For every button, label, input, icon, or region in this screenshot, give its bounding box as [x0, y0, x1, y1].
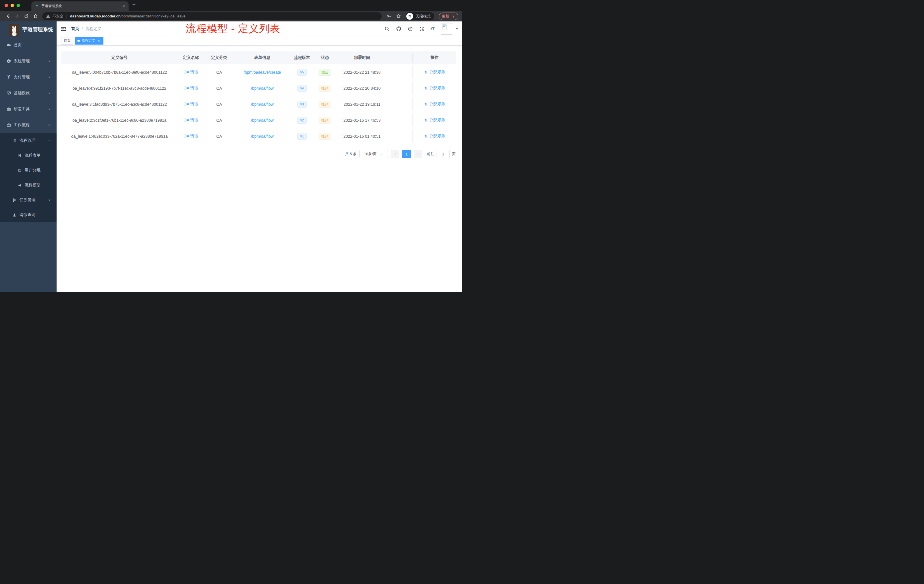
column-header-actions: 操作	[413, 51, 456, 64]
key-icon[interactable]	[386, 14, 391, 19]
sidebar-item-process-management[interactable]: 流程管理	[0, 133, 56, 148]
cell-form-link[interactable]: /bpm/oa/leave/create	[244, 70, 281, 74]
font-size-icon[interactable]: tT	[431, 26, 435, 31]
monitor-icon	[6, 91, 11, 96]
sidebar-item-label: 流程管理	[20, 138, 35, 143]
home-icon[interactable]	[31, 14, 40, 18]
sidebar-item-payment[interactable]: ¥ 支付管理	[0, 69, 56, 85]
cell-definition-name-link[interactable]: OA 请假	[183, 118, 198, 123]
update-button[interactable]: 更新 ⋮	[439, 13, 458, 20]
cell-form-link[interactable]: /bpm/oa/flow	[251, 134, 274, 139]
search-icon[interactable]	[384, 26, 390, 31]
assign-rule-button[interactable]: 分配规则	[424, 118, 446, 123]
fullscreen-icon[interactable]	[419, 26, 424, 31]
tab-title: 芋道管理系统	[41, 4, 62, 8]
status-badge: 激活	[318, 69, 331, 76]
sidebar-item-label: 基础设施	[14, 91, 30, 96]
cell-definition-name-link[interactable]: OA 请假	[183, 102, 198, 107]
sidebar-item-process-model[interactable]: 流程模型	[0, 178, 56, 193]
column-header-filler	[388, 51, 413, 64]
screen: 芋道管理系统 × + 不安全 d	[0, 0, 462, 292]
cell-form-link[interactable]: /bpm/oa/flow	[251, 118, 274, 122]
sidebar-item-label: 系统管理	[14, 59, 30, 64]
active-tag-dot	[78, 40, 80, 42]
cell-definition-name-link[interactable]: OA 请假	[183, 86, 198, 91]
sidebar-item-label: 流程模型	[25, 183, 41, 188]
prev-page-button[interactable]	[391, 150, 399, 158]
assign-rule-button[interactable]: 分配规则	[424, 102, 446, 107]
tag-close-icon[interactable]: ×	[97, 39, 101, 43]
cell-definition-id: oa_leave:2:3c1f0ef1-76b1-11ec-9c66-a2380…	[61, 112, 177, 128]
status-badge: 挂起	[318, 133, 331, 140]
assign-rule-button[interactable]: 分配规则	[424, 70, 446, 75]
sidebar-menu: 首页 系统管理 ¥ 支付管理 基础设施	[0, 37, 56, 222]
sidebar-item-home[interactable]: 首页	[0, 37, 56, 53]
sidebar-item-system[interactable]: 系统管理	[0, 53, 56, 69]
incognito-label: 无痕模式	[416, 14, 431, 19]
cell-category: OA	[204, 96, 234, 112]
forward-icon[interactable]	[13, 14, 21, 18]
sidebar-logo[interactable]: 芋道管理系统	[0, 21, 56, 37]
tab-strip: 芋道管理系统 × +	[0, 0, 462, 11]
goto-page-input[interactable]	[437, 150, 450, 158]
next-page-button[interactable]	[414, 150, 422, 158]
address-bar[interactable]: 不安全 dashboard.yudao.iocoder.cn/bpm/manag…	[42, 12, 382, 20]
sidebar-item-user-group[interactable]: 用户分组	[0, 163, 56, 178]
breadcrumb: 首页 / 流程定义	[71, 26, 101, 31]
browser-chrome: 芋道管理系统 × + 不安全 d	[0, 0, 462, 21]
avatar-caret-down-icon[interactable]	[455, 27, 459, 31]
cell-definition-name-link[interactable]: OA 请假	[183, 70, 198, 75]
window-close-button[interactable]	[5, 4, 8, 7]
new-tab-button[interactable]: +	[132, 2, 136, 8]
reload-icon[interactable]	[22, 14, 30, 18]
tab-close-icon[interactable]: ×	[122, 4, 125, 8]
assign-rule-button[interactable]: 分配规则	[424, 86, 446, 91]
breadcrumb-current: 流程定义	[86, 26, 101, 31]
cell-definition-name-link[interactable]: OA 请假	[183, 134, 198, 139]
breadcrumb-home[interactable]: 首页	[71, 26, 79, 31]
sidebar-item-dev-tools[interactable]: 研发工具	[0, 101, 56, 117]
browser-tab[interactable]: 芋道管理系统 ×	[31, 2, 129, 11]
sidebar-collapse-icon[interactable]	[61, 26, 66, 32]
cell-form-link[interactable]: /bpm/oa/flow	[251, 86, 274, 91]
person-icon	[424, 86, 428, 90]
github-icon[interactable]	[396, 26, 401, 31]
back-icon[interactable]	[4, 14, 12, 18]
cell-filler	[388, 128, 413, 144]
incognito-badge: 无痕模式	[406, 12, 434, 20]
help-icon[interactable]	[408, 26, 413, 31]
paper-plane-icon	[17, 183, 22, 187]
security-label[interactable]: 不安全	[52, 14, 63, 19]
version-badge: v1	[297, 133, 307, 140]
tag-home[interactable]: 首页	[61, 37, 73, 45]
sidebar-item-process-form[interactable]: 流程表单	[0, 148, 56, 163]
page-size-select[interactable]: 10条/页	[360, 150, 388, 158]
window-zoom-button[interactable]	[16, 4, 20, 7]
app-window: 芋道管理系统 首页 系统管理 ¥ 支付管理	[0, 21, 462, 292]
sidebar-item-infrastructure[interactable]: 基础设施	[0, 85, 56, 101]
person-icon	[424, 70, 428, 74]
cell-form-link[interactable]: /bpm/oa/flow	[251, 102, 274, 107]
chevron-down-icon	[48, 198, 51, 202]
cell-definition-id: oa_leave:4:991f2193-7b7f-11ec-a3c8-acde4…	[61, 80, 177, 96]
sidebar-item-task-management[interactable]: 任务管理	[0, 193, 56, 208]
tag-process-definition[interactable]: 流程定义 ×	[75, 37, 104, 45]
gear-icon	[6, 59, 11, 63]
sidebar-item-leave-query[interactable]: 请假查询	[0, 208, 56, 222]
main-area: 首页 / 流程定义 流程模型 - 定义列表	[56, 21, 462, 292]
window-minimize-button[interactable]	[11, 4, 14, 7]
user-avatar[interactable]	[441, 23, 452, 35]
security-warning-icon	[46, 14, 50, 18]
assign-rule-button[interactable]: 分配规则	[424, 134, 446, 139]
bookmark-star-icon[interactable]	[396, 14, 401, 19]
table-row: oa_leave:1:482ec033-762a-11ec-8477-a2380…	[61, 128, 456, 144]
browser-menu-kebab-icon[interactable]: ⋮	[451, 14, 455, 18]
cell-filler	[388, 64, 413, 80]
person-icon	[424, 134, 428, 138]
cell-filler	[388, 112, 413, 128]
cell-definition-id: oa_leave:1:482ec033-762a-11ec-8477-a2380…	[61, 128, 177, 144]
sidebar-item-label: 流程表单	[25, 153, 41, 158]
sidebar-item-label: 支付管理	[14, 74, 30, 80]
sidebar-item-workflow[interactable]: 工作流程	[0, 117, 56, 133]
page-number-button[interactable]: 1	[402, 150, 411, 158]
